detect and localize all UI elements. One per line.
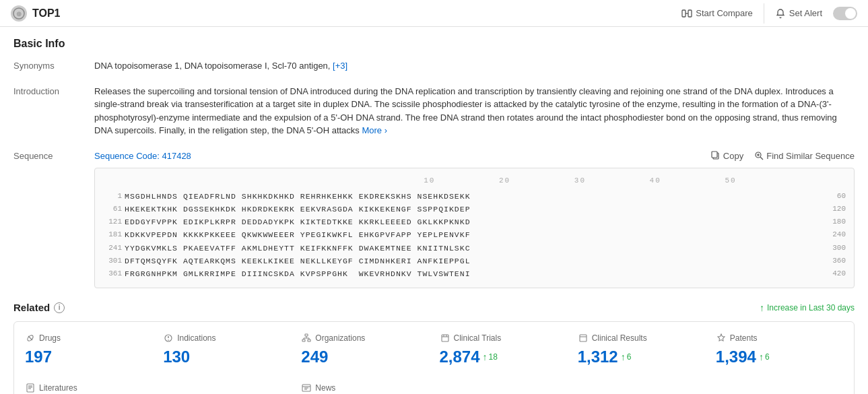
seq-end-num: 300 [827, 242, 846, 254]
card-label-row: Patents [716, 333, 843, 343]
related-card[interactable]: Clinical Trials 2,874 ↑ 18 [440, 333, 567, 366]
introduction-row: Introduction Releases the supercoiling a… [13, 85, 855, 137]
card-label-row: News [301, 383, 566, 393]
start-compare-button[interactable]: Start Compare [681, 8, 753, 19]
seq-data: MSGDHLHNDS QIEADFRLND SHKHKDKHKD REHRHKE… [125, 191, 471, 202]
seq-start-num: 181 [103, 229, 122, 240]
main-content: Basic Info Synonyms DNA topoisomerase 1,… [0, 27, 868, 394]
indications-icon [163, 333, 174, 343]
card-label: Indications [177, 333, 215, 343]
card-label: Literatures [39, 383, 77, 393]
card-label: Organizations [315, 333, 365, 343]
synonyms-value: DNA topoisomerase 1, DNA topoisomerase I… [94, 59, 855, 73]
seq-data: HKEKEKTKHK DGSSEKHKDK HKDRDKEKRK EEKVRAS… [125, 203, 471, 215]
find-similar-button[interactable]: Find Similar Sequence [754, 151, 855, 161]
card-count: 197 [25, 348, 152, 366]
seq-end-num: 240 [827, 229, 846, 240]
news-icon [301, 383, 312, 393]
sequence-line: 361 FRGRGNHPKM GMLKRRIMPE DIIINCSKDA KVP… [103, 268, 846, 280]
sequence-line: 181 KDKKVPEPDN KKKKPKKEEE QKWKWWEEER YPE… [103, 229, 846, 240]
related-section: Related i ↑ Increase in Last 30 days Dru… [13, 302, 855, 394]
header-right: Start Compare Set Alert [681, 3, 857, 24]
svg-line-12 [28, 336, 32, 340]
set-alert-button[interactable]: Set Alert [775, 8, 822, 19]
sequence-code[interactable]: Sequence Code: 417428 [94, 150, 191, 163]
card-label-row: Literatures [25, 383, 290, 393]
seq-data: EDDGYFVPPK EDIKPLKRPR DEDDADYKPK KIKTEDT… [125, 216, 471, 228]
svg-rect-29 [27, 384, 34, 392]
card-count: 249 [301, 348, 428, 366]
card-label: Drugs [39, 333, 61, 343]
seq-start-num: 301 [103, 255, 122, 267]
find-similar-icon [754, 151, 764, 160]
seq-start-num: 121 [103, 216, 122, 228]
sequence-line: 121 EDDGYFVPPK EDIKPLKRPR DEDDADYKPK KIK… [103, 216, 846, 228]
related-card[interactable]: Clinical Results 1,312 ↑ 6 [578, 333, 705, 366]
patents-icon [716, 333, 727, 343]
related-card[interactable]: News 29 [301, 383, 566, 394]
related-title: Related i [13, 302, 65, 313]
card-count: 1,394 ↑ 6 [716, 348, 843, 366]
header: ⊕ TOP1 Start Compare Set Alert [0, 0, 868, 27]
synonyms-more-link[interactable]: [+3] [333, 61, 347, 71]
seq-start-num: 241 [103, 242, 122, 254]
seq-end-num: 420 [827, 268, 846, 280]
sequence-header: Sequence Code: 417428 Copy Find Similar … [94, 150, 855, 163]
svg-rect-2 [682, 10, 686, 17]
page-title: TOP1 [32, 7, 61, 20]
card-label-row: Organizations [301, 333, 428, 343]
sequence-actions: Copy Find Similar Sequence [711, 151, 855, 161]
related-card[interactable]: Organizations 249 [301, 333, 428, 366]
seq-end-num: 180 [827, 216, 846, 228]
header-left: ⊕ TOP1 [11, 5, 61, 22]
sequence-line: 61 HKEKEKTKHK DGSSEKHKDK HKDRDKEKRK EEKV… [103, 203, 846, 215]
bell-icon [775, 8, 786, 19]
seq-end-num: 360 [827, 255, 846, 267]
seq-data: FRGRGNHPKM GMLKRRIMPE DIIINCSKDA KVPSPPG… [125, 268, 471, 280]
seq-end-num: 60 [827, 191, 846, 202]
related-header: Related i ↑ Increase in Last 30 days [13, 302, 855, 313]
card-label: Patents [730, 333, 758, 343]
seq-data: DFTQMSQYFK AQTEARKQMS KEEKLKIKEE NEKLLKE… [125, 255, 471, 267]
alert-toggle[interactable] [833, 7, 857, 20]
sequence-box[interactable]: 10 20 30 40 50 1 MSGDHLHNDS QIEADFRLND S… [94, 168, 855, 288]
introduction-label: Introduction [13, 85, 94, 137]
compare-icon [681, 8, 692, 19]
svg-rect-6 [712, 152, 717, 158]
results-icon [578, 333, 589, 343]
related-card[interactable]: Drugs 197 [25, 333, 152, 366]
svg-rect-16 [305, 334, 308, 336]
card-label-row: Drugs [25, 333, 152, 343]
related-card[interactable]: Patents 1,394 ↑ 6 [716, 333, 843, 366]
header-divider [764, 3, 764, 24]
copy-button[interactable]: Copy [711, 151, 743, 161]
trials-icon [440, 333, 450, 343]
pill-icon [25, 333, 36, 343]
seq-start-num: 361 [103, 268, 122, 280]
related-card[interactable]: Literatures 2,359 [25, 383, 290, 394]
card-increase: ↑ 6 [759, 352, 770, 362]
basic-info-title: Basic Info [13, 38, 855, 50]
svg-rect-17 [302, 339, 305, 341]
cards-grid: Drugs 197 Indications 130 Organizations … [25, 333, 843, 366]
seq-data: KDKKVPEPDN KKKKPKKEEE QKWKWWEEER YPEGIKW… [125, 229, 471, 240]
related-card[interactable]: Indications 130 [163, 333, 290, 366]
svg-line-8 [760, 157, 763, 160]
svg-rect-23 [442, 335, 448, 341]
card-increase: ↑ 18 [483, 352, 498, 362]
card-label: Clinical Trials [454, 333, 502, 343]
card-count: 130 [163, 348, 290, 366]
related-increase: ↑ Increase in Last 30 days [760, 302, 855, 313]
introduction-more-link[interactable]: More › [362, 125, 387, 135]
svg-rect-27 [580, 335, 587, 341]
svg-point-15 [168, 339, 169, 341]
seq-start-num: 1 [103, 191, 122, 202]
related-cards: Drugs 197 Indications 130 Organizations … [13, 321, 855, 394]
seq-start-num: 61 [103, 203, 122, 215]
related-info-icon[interactable]: i [54, 302, 65, 313]
sequence-ruler: 10 20 30 40 50 [103, 175, 846, 187]
seq-end-num: 120 [827, 203, 846, 215]
sequence-value: Sequence Code: 417428 Copy Find Similar … [94, 150, 855, 289]
card-count: 2,874 ↑ 18 [440, 348, 567, 366]
card-label-row: Clinical Trials [440, 333, 567, 343]
